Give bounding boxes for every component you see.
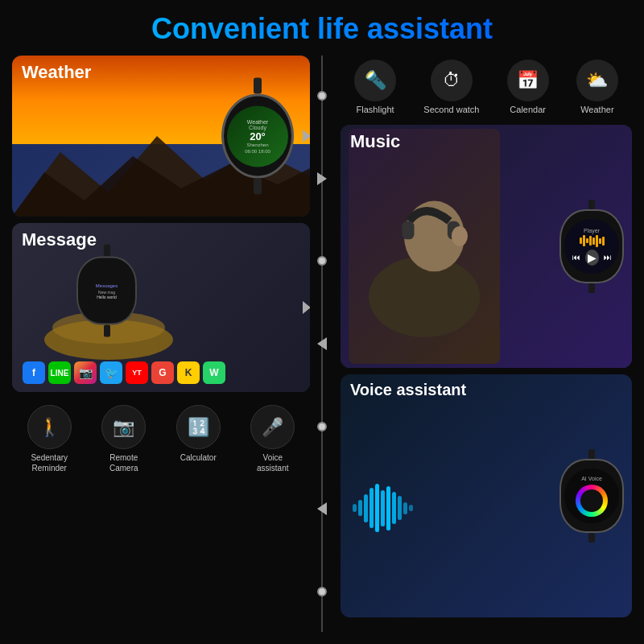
weather-watch: Weather Cloudy 20° Shenzhen 06:00 18:00 <box>221 78 294 195</box>
arrow-1 <box>317 172 327 185</box>
watch-weather-city: Shenzhen <box>246 142 268 147</box>
center-divider <box>310 56 334 632</box>
arrow-right-message <box>303 301 310 314</box>
kakao-icon: K <box>177 361 200 384</box>
dot-2 <box>317 256 327 266</box>
voice-assistant-bottom-label: Voiceassistant <box>257 452 288 473</box>
svg-rect-6 <box>402 221 414 240</box>
flashlight-icon: 🔦 <box>354 60 396 101</box>
content-area: Weather Weather Cloudy 20° Shenzhen 06:0… <box>12 56 632 632</box>
right-column: 🔦 Flashlight ⏱ Second watch 📅 Calendar ⛅… <box>334 56 632 632</box>
voice-card-inner: Voice assistant <box>341 374 632 617</box>
voice-watch: AI Voice <box>559 449 624 543</box>
voice-assistant-bottom-item: 🎤 Voiceassistant <box>250 405 295 473</box>
remote-camera-label: RemoteCamera <box>109 452 138 473</box>
message-watch: Messages New msg Hello world <box>76 245 137 337</box>
voice-watch-label: AI Voice <box>581 476 602 481</box>
arrow-3 <box>317 502 327 515</box>
music-person-area <box>349 129 500 364</box>
calendar-icon: 📅 <box>507 60 549 101</box>
svg-point-8 <box>452 226 468 246</box>
flashlight-item: 🔦 Flashlight <box>354 60 396 114</box>
person-svg <box>349 129 500 364</box>
calculator-item: 🔢 Calculator <box>176 405 221 473</box>
top-icons-row: 🔦 Flashlight ⏱ Second watch 📅 Calendar ⛅… <box>341 56 632 118</box>
message-card: Message Messages New msg Hello world <box>12 223 310 392</box>
weather-top-item: ⛅ Weather <box>576 60 618 114</box>
message-scene: Message Messages New msg Hello world <box>12 223 310 392</box>
weather-top-label: Weather <box>580 105 613 114</box>
watch-weather-label: Weather <box>247 119 268 125</box>
social-icons: f LINE 📷 🐦 YT G K W <box>16 357 232 388</box>
dot-4 <box>317 587 327 597</box>
line-icon: LINE <box>48 361 71 384</box>
voice-card-title: Voice assistant <box>350 381 466 399</box>
weather-top-icon: ⛅ <box>576 60 618 101</box>
youtube-icon: YT <box>126 361 148 384</box>
instagram-icon: 📷 <box>74 361 97 384</box>
music-card-title: Music <box>350 131 400 152</box>
right-spacer <box>341 624 632 632</box>
second-watch-icon: ⏱ <box>431 60 473 101</box>
flashlight-label: Flashlight <box>357 105 394 114</box>
music-watch-label: Player <box>584 228 600 233</box>
music-watch: Player <box>559 200 624 293</box>
sedentary-item: 🚶 SedentaryReminder <box>27 405 72 473</box>
weather-card-title: Weather <box>22 62 91 83</box>
second-watch-label: Second watch <box>423 105 479 114</box>
sedentary-label: SedentaryReminder <box>31 452 68 473</box>
calendar-label: Calendar <box>510 105 546 114</box>
watch-weather-condition: Cloudy <box>249 125 266 130</box>
gmail-icon: G <box>151 361 174 384</box>
voice-waveform <box>353 484 496 532</box>
bottom-icons-left: 🚶 SedentaryReminder 📷 RemoteCamera 🔢 Cal… <box>12 398 310 473</box>
voice-assistant-card: Voice assistant <box>341 374 632 617</box>
whatsapp-icon: W <box>203 361 225 384</box>
watch-weather-temp: 20° <box>250 130 266 142</box>
arrow-right-weather <box>303 130 310 142</box>
remote-camera-icon: 📷 <box>101 405 146 449</box>
sedentary-icon: 🚶 <box>27 405 72 449</box>
calculator-label: Calculator <box>180 452 217 463</box>
twitter-icon: 🐦 <box>100 361 122 384</box>
main-title: Convenient life assistant <box>151 12 493 46</box>
voice-waveform-area: Voice assistant <box>349 378 500 613</box>
left-column: Weather Weather Cloudy 20° Shenzhen 06:0… <box>12 56 310 632</box>
voice-assistant-bottom-icon: 🎤 <box>250 405 295 449</box>
music-card-inner: Player <box>341 125 632 368</box>
arrow-2 <box>317 337 327 350</box>
remote-camera-item: 📷 RemoteCamera <box>101 405 146 473</box>
weather-scene: Weather Weather Cloudy 20° Shenzhen 06:0… <box>12 56 310 217</box>
second-watch-item: ⏱ Second watch <box>423 60 479 114</box>
dot-1 <box>317 91 327 101</box>
page-container: Convenient life assistant W <box>0 0 644 644</box>
dot-3 <box>317 422 327 431</box>
calculator-icon: 🔢 <box>176 405 221 449</box>
calendar-item: 📅 Calendar <box>507 60 549 114</box>
weather-card: Weather Weather Cloudy 20° Shenzhen 06:0… <box>12 56 310 217</box>
music-card: Player <box>341 125 632 368</box>
watch-weather-times: 06:00 18:00 <box>245 149 270 154</box>
facebook-icon: f <box>23 361 45 384</box>
